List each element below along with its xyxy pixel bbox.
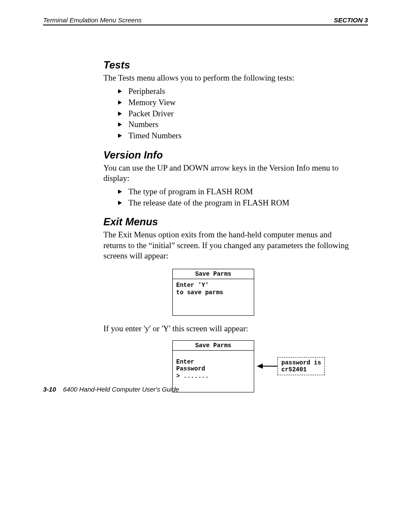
page-footer: 3-10 6400 Hand-Held Computer User's Guid… — [43, 386, 179, 393]
exit-intro: The Exit Menus option exits from the han… — [103, 230, 355, 261]
screen-2: Save Parms Enter Password > ....... — [172, 340, 254, 392]
page: Terminal Emulation Menu Screens SECTION … — [0, 0, 411, 532]
content-area: Tests The Tests menu allows you to perfo… — [103, 25, 355, 392]
page-header: Terminal Emulation Menu Screens SECTION … — [43, 16, 368, 25]
list-item: Packet Driver — [118, 108, 355, 119]
header-left: Terminal Emulation Menu Screens — [43, 16, 142, 24]
tests-list: Peripherals Memory View Packet Driver Nu… — [118, 86, 355, 141]
page-number: 3-10 — [43, 386, 56, 393]
tests-intro: The Tests menu allows you to perform the… — [103, 73, 355, 83]
list-item: The release date of the program in FLASH… — [118, 197, 355, 208]
list-item: Memory View — [118, 97, 355, 108]
screen-1-wrap: Save Parms Enter 'Y' to save parms — [172, 269, 355, 316]
tests-heading: Tests — [103, 59, 355, 71]
screen-2-title: Save Parms — [173, 341, 254, 351]
list-item: Timed Numbers — [118, 130, 355, 141]
password-callout: password is cr52401 — [277, 357, 325, 375]
screen-2-body: Enter Password > ....... — [173, 351, 254, 392]
screen-1: Save Parms Enter 'Y' to save parms — [172, 269, 254, 316]
arrow-left-icon — [257, 364, 263, 369]
version-list: The type of program in FLASH ROM The rel… — [118, 186, 355, 208]
list-item: The type of program in FLASH ROM — [118, 186, 355, 197]
exit-mid-text: If you enter 'y' or 'Y' this screen will… — [103, 324, 355, 334]
list-item: Peripherals — [118, 86, 355, 97]
version-intro: You can use the UP and DOWN arrow keys i… — [103, 163, 355, 184]
screen-1-title: Save Parms — [173, 269, 254, 279]
list-item: Numbers — [118, 119, 355, 130]
exit-heading: Exit Menus — [103, 216, 355, 228]
screen-2-wrap: Save Parms Enter Password > ....... pass… — [172, 340, 355, 392]
footer-title: 6400 Hand-Held Computer User's Guide — [63, 386, 179, 393]
version-heading: Version Info — [103, 149, 355, 161]
connector-line — [263, 366, 277, 367]
screen-1-body: Enter 'Y' to save parms — [173, 279, 254, 315]
header-right: SECTION 3 — [334, 16, 368, 24]
